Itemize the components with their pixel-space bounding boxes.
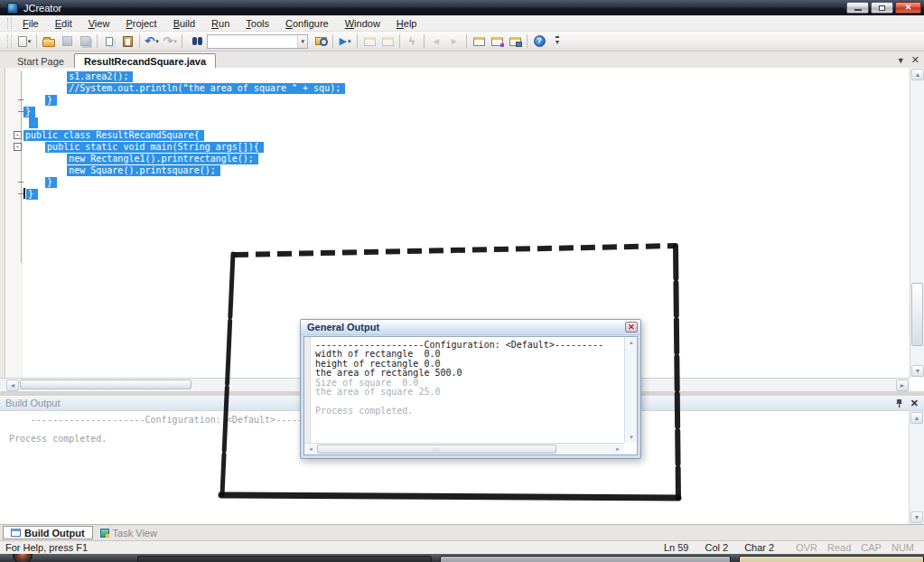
start-orb-icon[interactable] xyxy=(13,554,33,562)
window-save-button[interactable] xyxy=(506,33,524,50)
menu-configure[interactable]: Configure xyxy=(277,16,337,31)
taskbar-button[interactable] xyxy=(739,556,924,562)
restore-button[interactable] xyxy=(871,2,893,14)
paste-button[interactable] xyxy=(118,33,136,50)
scroll-up-icon[interactable]: ▲ xyxy=(911,69,924,80)
close-button[interactable]: ✕ xyxy=(895,2,921,14)
tab-list-dropdown-icon[interactable]: ▼ xyxy=(897,56,905,65)
menu-project[interactable]: Project xyxy=(117,16,164,31)
fold-collapse-icon[interactable]: - xyxy=(14,131,22,139)
run-icon: ▶ xyxy=(340,36,347,46)
scroll-down-icon[interactable]: ▼ xyxy=(910,511,923,523)
menu-build[interactable]: Build xyxy=(165,16,203,31)
status-help-text: For Help, press F1 xyxy=(0,542,88,553)
code-lines[interactable]: s1.area2(); //System.out.println("the ar… xyxy=(23,70,345,200)
redo-button[interactable]: ↷▾ xyxy=(161,33,179,50)
scroll-right-icon[interactable]: ► xyxy=(896,379,909,391)
chevron-down-icon: ▾ xyxy=(348,38,351,45)
menu-file[interactable]: File xyxy=(14,16,47,31)
build-output-header-label: Build Output xyxy=(5,398,61,408)
window-switch-button[interactable] xyxy=(488,33,506,50)
toolbar-separator xyxy=(36,34,37,48)
find-button[interactable] xyxy=(185,33,203,50)
chevron-down-icon: ▾ xyxy=(155,38,159,45)
general-output-close-button[interactable]: ✕ xyxy=(625,322,638,333)
jcreator-window: JCreator ✕ FileEditViewProjectBuildRunTo… xyxy=(0,0,924,562)
save-all-button[interactable] xyxy=(76,33,94,50)
scroll-down-icon[interactable]: ▼ xyxy=(911,365,924,377)
undo-icon: ↶ xyxy=(145,35,154,47)
panel-tab-label: Task View xyxy=(113,528,157,539)
toolbar-separator xyxy=(97,34,98,48)
run-button[interactable]: ▶▾ xyxy=(336,33,354,50)
code-line: } xyxy=(23,106,345,117)
scroll-down-icon[interactable]: ▼ xyxy=(629,435,634,440)
menu-help[interactable]: Help xyxy=(388,16,425,31)
back-button[interactable]: ◄ xyxy=(427,33,445,50)
panel-tab-task-view[interactable]: Task View xyxy=(93,526,164,539)
menu-edit[interactable]: Edit xyxy=(47,16,80,31)
help-button[interactable]: ? xyxy=(530,33,548,50)
general-output-text[interactable]: --------------------Configuration: <Defa… xyxy=(315,340,623,442)
text-cursor xyxy=(23,188,25,199)
back-icon: ◄ xyxy=(432,37,441,46)
find-in-files-button[interactable] xyxy=(312,33,330,50)
editor-vertical-scrollbar[interactable]: ▲ ▼ xyxy=(910,68,924,378)
toolbar-combobox[interactable]: ▾ xyxy=(207,34,308,49)
general-output-horizontal-scrollbar[interactable]: ◄ ► ⁞⁞⁞ xyxy=(304,443,624,454)
toolbar-options-icon: ▾ xyxy=(555,36,559,46)
build-output-scrollbar[interactable]: ▲ ▼ xyxy=(909,411,924,524)
tab-close-icon[interactable]: ✕ xyxy=(911,54,919,66)
open-file-icon xyxy=(42,39,55,47)
scroll-right-icon[interactable]: ► xyxy=(615,446,621,452)
code-line xyxy=(23,117,345,129)
tab-start-page[interactable]: Start Page xyxy=(7,53,74,68)
open-file-button[interactable] xyxy=(40,33,58,50)
minimize-button[interactable] xyxy=(846,2,869,14)
scroll-thumb[interactable] xyxy=(20,379,191,389)
panel-close-icon[interactable]: ✕ xyxy=(910,398,919,409)
menu-tools[interactable]: Tools xyxy=(238,16,277,31)
code-line: } xyxy=(23,188,345,200)
taskbar-button[interactable] xyxy=(440,556,731,562)
lightning-button[interactable]: ϟ xyxy=(403,33,421,50)
menu-view[interactable]: View xyxy=(80,16,118,31)
editor-gutter: -- xyxy=(6,68,23,378)
selected-code: } xyxy=(45,177,57,188)
debug-continue-button[interactable] xyxy=(378,33,397,50)
undo-button[interactable]: ↶▾ xyxy=(143,33,161,50)
debug-button[interactable] xyxy=(360,33,378,50)
copy-button[interactable] xyxy=(100,33,118,50)
toolbar-separator xyxy=(399,34,400,48)
save-icon xyxy=(62,36,72,46)
general-output-title: General Output xyxy=(307,322,379,333)
scroll-left-icon[interactable]: ◄ xyxy=(6,379,19,391)
fold-collapse-icon[interactable]: - xyxy=(14,143,22,151)
statusbar: For Help, press F1 Ln 59 Col 2 Char 2 OV… xyxy=(0,540,924,554)
forward-button[interactable]: ► xyxy=(445,33,463,50)
scroll-up-icon[interactable]: ▲ xyxy=(910,412,923,424)
toolbar-options-button[interactable]: ▾ xyxy=(548,33,566,50)
scroll-up-icon[interactable]: ▲ xyxy=(629,340,634,345)
window-new-button[interactable] xyxy=(470,33,488,50)
general-output-vertical-scrollbar[interactable]: ▲ ▼ xyxy=(624,337,637,443)
scroll-left-icon[interactable]: ◄ xyxy=(308,446,313,452)
save-button[interactable] xyxy=(58,33,76,50)
new-file-button[interactable]: ▾ xyxy=(15,33,33,50)
code-line: new Rectangle1().printrectangle(); xyxy=(23,153,345,164)
selected-code: public static void main(String args[]){ xyxy=(45,142,264,153)
toolbar-separator xyxy=(527,34,527,48)
scroll-thumb[interactable] xyxy=(911,283,923,346)
window-title: JCreator xyxy=(23,3,61,14)
tab-resultrecandsquare-java[interactable]: ResultRecandSquare.java xyxy=(74,53,216,68)
pin-icon[interactable] xyxy=(895,398,903,408)
menu-run[interactable]: Run xyxy=(203,16,238,31)
scroll-thumb[interactable]: ⁞⁞⁞ xyxy=(317,445,556,454)
menu-window[interactable]: Window xyxy=(337,16,388,31)
panel-tab-build-output[interactable]: Build Output xyxy=(3,526,93,539)
general-output-titlebar[interactable]: General Output ✕ xyxy=(301,320,640,335)
dock-strip xyxy=(0,68,5,378)
minimize-icon xyxy=(854,9,862,11)
taskbar-button[interactable] xyxy=(137,556,432,562)
copy-icon xyxy=(106,37,113,46)
